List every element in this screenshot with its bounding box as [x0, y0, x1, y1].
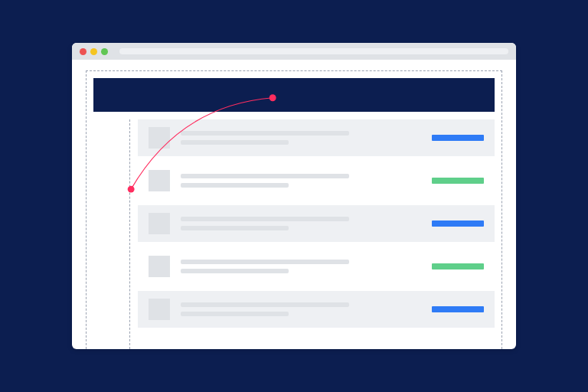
- subtitle-placeholder: [181, 269, 289, 273]
- status-badge: [432, 178, 484, 184]
- thumbnail-placeholder: [149, 213, 170, 234]
- thumbnail-placeholder: [149, 127, 170, 149]
- list-item[interactable]: [138, 291, 495, 328]
- content-area: [72, 60, 516, 349]
- status-badge: [432, 306, 484, 312]
- title-placeholder: [181, 131, 349, 136]
- list-item[interactable]: [138, 205, 495, 242]
- subtitle-placeholder: [181, 183, 289, 188]
- results-list: [130, 119, 495, 349]
- main-layout: [93, 119, 495, 349]
- text-placeholder: [181, 131, 421, 145]
- sidebar-drop-zone: [86, 119, 130, 349]
- thumbnail-placeholder: [149, 170, 170, 191]
- title-placeholder: [181, 174, 349, 178]
- status-badge: [432, 263, 484, 270]
- window-minimize-button[interactable]: [90, 48, 97, 55]
- text-placeholder: [181, 217, 421, 230]
- header-banner[interactable]: [93, 78, 495, 112]
- titlebar: [72, 43, 516, 60]
- subtitle-placeholder: [181, 226, 289, 230]
- thumbnail-placeholder: [149, 299, 170, 320]
- thumbnail-placeholder: [149, 256, 170, 277]
- text-placeholder: [181, 260, 421, 273]
- window-maximize-button[interactable]: [101, 48, 108, 55]
- inner-layout: [86, 70, 502, 349]
- list-item[interactable]: [138, 162, 495, 199]
- browser-window: [72, 43, 516, 349]
- subtitle-placeholder: [181, 312, 289, 316]
- window-close-button[interactable]: [80, 48, 87, 55]
- title-placeholder: [181, 302, 349, 307]
- text-placeholder: [181, 302, 421, 316]
- list-item[interactable]: [138, 119, 495, 156]
- subtitle-placeholder: [181, 140, 289, 145]
- list-item[interactable]: [138, 248, 495, 285]
- text-placeholder: [181, 174, 421, 188]
- status-badge: [432, 135, 484, 141]
- status-badge: [432, 220, 484, 227]
- title-placeholder: [181, 217, 349, 221]
- url-bar[interactable]: [119, 48, 508, 54]
- title-placeholder: [181, 260, 349, 264]
